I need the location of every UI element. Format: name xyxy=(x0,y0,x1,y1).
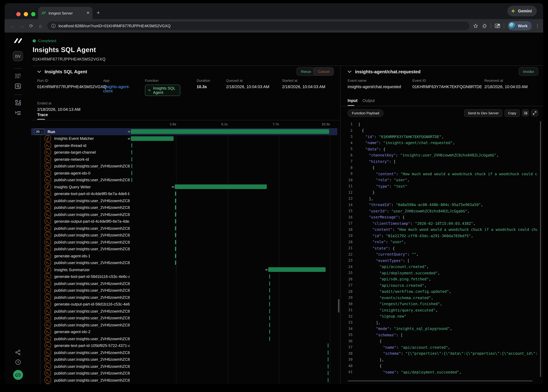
trace-row[interactable]: publish:user:insights:user_2VH6zowmhZC8z… xyxy=(31,294,337,301)
trace-span-tick[interactable] xyxy=(132,164,132,168)
collapse-chevron-icon[interactable] xyxy=(37,70,41,73)
trace-span-tick[interactable] xyxy=(269,288,270,293)
trace-span-tick[interactable] xyxy=(269,309,270,313)
extensions-icon[interactable] xyxy=(482,23,487,28)
trace-span-tick[interactable] xyxy=(132,178,132,182)
app-link[interactable]: insights-agent-client xyxy=(103,85,135,93)
trace-row[interactable]: generate-text-part-id-105bf925-5722-4371… xyxy=(31,342,337,349)
trace-span-tick[interactable] xyxy=(328,343,328,348)
forward-icon[interactable]: → xyxy=(17,23,27,28)
code-vertical-scrollbar[interactable] xyxy=(540,121,541,377)
trace-row[interactable]: Insights Query Writer xyxy=(31,183,337,190)
trace-span-tick[interactable] xyxy=(269,330,270,334)
trace-row[interactable]: publish:user:insights:user_2VH6zowmhZC8z… xyxy=(31,370,337,377)
terminal-log-icon[interactable] xyxy=(15,111,21,115)
function-pill[interactable]: Insights SQL Agent xyxy=(145,85,180,96)
event-search-icon[interactable] xyxy=(15,84,21,89)
trace-span-tick[interactable] xyxy=(328,364,328,368)
word-wrap-icon[interactable] xyxy=(522,109,529,117)
trace-span-tick[interactable] xyxy=(269,336,270,341)
trace-row[interactable]: publish:user:insights:user_2VH6zowmhZC8z… xyxy=(31,204,337,211)
trace-row[interactable]: publish:user:insights:user_2VH6zowmhZC8z… xyxy=(31,322,337,329)
trace-row[interactable]: generate-network-id xyxy=(31,156,337,163)
trace-span-tick[interactable] xyxy=(269,323,270,327)
profile-button[interactable]: Work xyxy=(508,21,532,30)
trace-row[interactable]: publish:user:insights:user_2VH6zowmhZC8z… xyxy=(31,384,337,384)
share-icon[interactable] xyxy=(15,350,21,355)
trace-span-tick[interactable] xyxy=(132,150,132,154)
invoke-button[interactable]: Invoke xyxy=(519,67,538,76)
trace-span-tick[interactable] xyxy=(175,198,176,203)
trace-row[interactable]: publish:user:insights:user_2VH6zowmhZC8z… xyxy=(31,280,337,287)
trace-row[interactable]: publish:user:insights:user_2VH6zowmhZC8z… xyxy=(31,176,337,183)
trace-span-tick[interactable] xyxy=(328,378,328,382)
home-icon[interactable]: ⌂ xyxy=(36,23,45,28)
trace-span-tick[interactable] xyxy=(175,226,176,230)
trace-row[interactable]: publish:user:insights:user_2VH6zowmhZC8z… xyxy=(31,377,337,384)
run-count-badge[interactable]: 39⌄ xyxy=(34,129,45,134)
trace-span-tick[interactable] xyxy=(328,371,328,375)
function-payload-button[interactable]: Function Payload xyxy=(348,109,384,117)
tab-output[interactable]: Output xyxy=(363,98,375,103)
tab-trace[interactable]: Trace xyxy=(37,112,48,117)
trace-row[interactable]: publish:user:insights:user_2VH6zowmhZC8z… xyxy=(31,238,337,245)
trace-row[interactable]: generate-agent-ids-1 xyxy=(31,252,337,259)
side-panel-search-icon[interactable] xyxy=(494,23,500,28)
expand-icon[interactable] xyxy=(531,109,538,117)
trace-span-bar[interactable] xyxy=(131,129,329,134)
trace-span-tick[interactable] xyxy=(175,247,176,251)
bookmark-star-icon[interactable] xyxy=(473,23,478,28)
trace-scrollbar[interactable] xyxy=(338,299,339,313)
trace-span-tick[interactable] xyxy=(269,316,270,320)
traffic-lights[interactable] xyxy=(16,12,36,16)
trace-row[interactable]: publish:user:insights:user_2VH6zowmhZC8z… xyxy=(31,363,337,370)
trace-row[interactable]: publish:user:insights:user_2VH6zowmhZC8z… xyxy=(31,211,337,218)
collapse-chevron-icon[interactable] xyxy=(348,70,351,73)
trace-span-tick[interactable] xyxy=(175,212,176,217)
trace-row[interactable]: generate-output-part-id-58d1b116-c53c-4e… xyxy=(31,301,337,308)
dev-code-button[interactable] xyxy=(13,370,23,380)
trace-span-tick[interactable] xyxy=(175,205,176,210)
tab-close-icon[interactable]: ✕ xyxy=(86,11,90,15)
trace-row[interactable]: generate-tool-part-id-58d1b116-c53c-4e6c… xyxy=(31,273,337,280)
trace-row[interactable]: publish:user:insights:user_2VH6zowmhZC8z… xyxy=(31,232,337,239)
trace-span-tick[interactable] xyxy=(175,261,176,265)
code-horizontal-scrollbar[interactable] xyxy=(348,380,533,382)
trace-span-tick[interactable] xyxy=(175,219,176,224)
payload-code-editor[interactable]: 1[2{3"id": "01KHRMF63Y7AHK7EKFQGN8RTDE",… xyxy=(343,121,537,379)
env-badge[interactable]: DV xyxy=(13,51,23,61)
trace-span-tick[interactable] xyxy=(175,240,176,244)
trace-span-tick[interactable] xyxy=(175,233,176,237)
trace-row[interactable]: publish:user:insights:user_2VH6zowmhZC8z… xyxy=(31,225,337,232)
browser-menu-icon[interactable]: ⋮ xyxy=(535,23,540,28)
minimize-window-icon[interactable] xyxy=(24,12,28,16)
trace-span-tick[interactable] xyxy=(132,157,132,161)
trace-row[interactable]: 39⌄Run xyxy=(31,128,337,135)
cancel-button[interactable]: Cancel xyxy=(314,67,334,76)
trace-row[interactable]: publish:user:insights:user_2VH6zowmhZC8z… xyxy=(31,197,337,204)
trace-row[interactable]: generate-target-channel xyxy=(31,149,337,156)
trace-row[interactable]: publish:user:insights:user_2VH6zowmhZC8z… xyxy=(31,356,337,363)
trace-span-tick[interactable] xyxy=(175,192,176,196)
trace-row[interactable]: publish:user:insights:user_2VH6zowmhZC8z… xyxy=(31,335,337,342)
trace-span-tick[interactable] xyxy=(175,254,176,258)
trace-span-bar[interactable] xyxy=(268,267,326,272)
trace-row[interactable]: generate-tool-part-id-4c4de9f0-6e7a-4de6… xyxy=(31,190,337,197)
trace-row[interactable]: generate-output-part-id-4c4de9f0-6e7a-4d… xyxy=(31,218,337,225)
close-window-icon[interactable] xyxy=(16,12,21,16)
trace-span-tick[interactable] xyxy=(132,171,132,175)
trace-row[interactable]: generate-agent-ids-0 xyxy=(31,169,337,176)
trace-span-bar[interactable] xyxy=(131,136,173,141)
trace-row[interactable]: publish:user:insights:user_2VH6zowmhZC8z… xyxy=(31,349,337,356)
send-to-dev-server-button[interactable]: Send to Dev Server xyxy=(464,109,502,117)
new-tab-button[interactable]: + xyxy=(97,10,100,16)
trace-row[interactable]: generate-agent-ids-2 xyxy=(31,329,337,335)
copy-button[interactable]: Copy xyxy=(505,109,520,117)
back-icon[interactable]: ← xyxy=(8,23,17,28)
gemini-button[interactable]: Gemini xyxy=(507,6,537,16)
trace-row[interactable]: Insights Summarizer xyxy=(31,266,337,273)
apps-icon[interactable] xyxy=(15,100,21,105)
trace-span-tick[interactable] xyxy=(269,295,270,299)
trace-span-tick[interactable] xyxy=(269,281,270,286)
trace-row[interactable]: publish:user:insights:user_2VH6zowmhZC8z… xyxy=(31,308,337,315)
